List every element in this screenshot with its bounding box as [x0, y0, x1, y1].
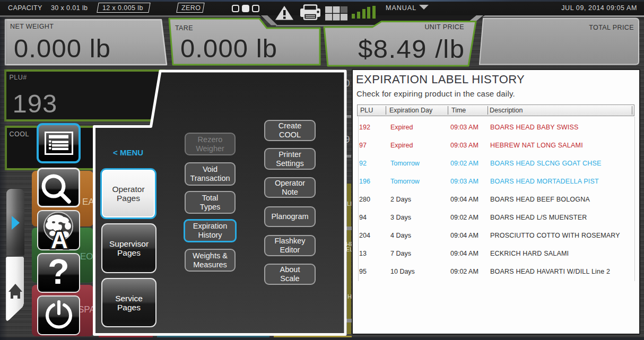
- svg-text:A: A: [51, 227, 68, 250]
